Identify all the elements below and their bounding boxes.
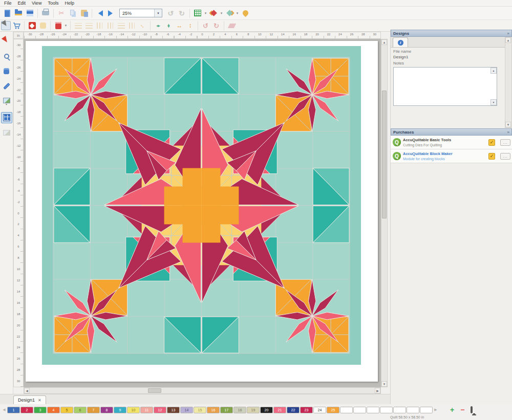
vertical-scrollbar[interactable]: ▲ ▼	[381, 39, 388, 387]
add-shape-button[interactable]	[38, 21, 48, 30]
purchase-checkbox[interactable]: ✓	[488, 153, 495, 160]
menu-item[interactable]: Help	[61, 1, 77, 6]
measure-tool[interactable]	[1, 80, 12, 92]
undo-button[interactable]	[95, 8, 105, 18]
select-tool[interactable]	[1, 36, 12, 47]
image-tool-dropdown[interactable]: ▾	[6, 103, 7, 106]
color-swatch[interactable]: 9	[114, 407, 126, 413]
align-center-button[interactable]	[84, 21, 94, 30]
panel-scroll-down[interactable]: ▼	[505, 122, 511, 127]
color-swatch[interactable]	[367, 407, 379, 413]
align-left-button[interactable]	[73, 21, 83, 30]
zoom-dropdown-button[interactable]: ▾	[154, 9, 162, 17]
color-swatch[interactable]	[407, 407, 419, 413]
menu-item[interactable]: View	[29, 1, 45, 6]
color-swatch[interactable]	[353, 407, 366, 413]
select-pointer-button[interactable]	[1, 21, 11, 30]
color-swatch[interactable]	[420, 407, 433, 413]
color-swatch[interactable]: 14	[180, 407, 193, 413]
add-color-button[interactable]: +	[450, 406, 454, 414]
flip-horizontal-button[interactable]: ◂▸	[153, 21, 163, 30]
open-folder-button[interactable]	[13, 8, 24, 18]
zoom-level-select[interactable]: 25% ▾	[119, 9, 162, 17]
print-button[interactable]	[40, 8, 51, 18]
color-swatch[interactable]: 15	[194, 407, 206, 413]
cut-button[interactable]: ✂	[56, 8, 67, 18]
color-swatch[interactable]: 8	[100, 407, 113, 413]
colorize-dropdown[interactable]: ▾	[236, 11, 239, 15]
color-swatch[interactable]	[393, 407, 406, 413]
color-swatch[interactable]: 21	[273, 407, 286, 413]
scroll-down-button[interactable]: ▼	[381, 381, 387, 387]
panel-scroll-up[interactable]: ▲	[505, 37, 511, 43]
replace-fabric-button[interactable]	[208, 8, 219, 18]
menu-item[interactable]: Tools	[45, 1, 61, 6]
designs-panel-header[interactable]: Designs »	[391, 30, 512, 37]
rotate-right-button[interactable]: ↻	[211, 21, 221, 30]
calculator-button[interactable]	[53, 21, 63, 30]
vertical-scroll-thumb[interactable]	[382, 91, 387, 218]
calculator-dropdown[interactable]: ▾	[64, 24, 68, 28]
purchase-more-button[interactable]: ...	[500, 139, 510, 146]
canvas-viewport[interactable]	[24, 39, 381, 387]
layout-grid-button[interactable]	[193, 8, 203, 18]
color-swatch[interactable]: 19	[247, 407, 260, 413]
purchase-checkbox[interactable]: ✓	[488, 139, 495, 146]
horizontal-scrollbar[interactable]: ◀ ▶	[24, 387, 381, 394]
more-options-button[interactable]	[479, 407, 483, 412]
color-swatch[interactable]: 25	[327, 407, 339, 413]
skew-button[interactable]	[227, 21, 237, 30]
redo-button[interactable]	[106, 8, 116, 18]
remove-color-button[interactable]: −	[460, 406, 464, 414]
new-file-button[interactable]	[2, 8, 12, 18]
copy-button[interactable]	[68, 8, 78, 18]
color-swatch[interactable]: 2	[20, 407, 33, 413]
color-swatch[interactable]: 23	[300, 407, 313, 413]
quilt-design[interactable]	[42, 46, 361, 365]
notes-textarea[interactable]	[393, 67, 497, 106]
purchase-more-button[interactable]: ...	[500, 153, 510, 160]
panel-scrollbar[interactable]: ▲ ▼	[505, 37, 512, 128]
color-swatch[interactable]: 18	[233, 407, 246, 413]
color-swatch[interactable]: 13	[167, 407, 180, 413]
align-bottom-button[interactable]	[127, 21, 137, 30]
horizontal-scroll-thumb[interactable]	[148, 388, 161, 393]
color-swatch[interactable]: 20	[260, 407, 273, 413]
quilt-grid-tool[interactable]	[1, 112, 12, 123]
collapse-chevron-icon[interactable]: »	[507, 31, 509, 36]
color-swatch[interactable]: 6	[74, 407, 87, 413]
rotate-ccw-button[interactable]: ↺	[165, 8, 176, 18]
color-swatch[interactable]: 10	[127, 407, 140, 413]
notes-scroll-down[interactable]: ▼	[490, 99, 497, 105]
color-swatch[interactable]: 17	[220, 407, 233, 413]
insert-image-tool[interactable]: ▾	[1, 95, 12, 108]
color-swatch[interactable]: 5	[60, 407, 73, 413]
layout-grid-dropdown[interactable]: ▾	[204, 11, 207, 15]
scroll-right-button[interactable]: ▶	[375, 388, 380, 393]
color-swatch[interactable]: 11	[140, 407, 153, 413]
menu-item[interactable]: File	[1, 1, 15, 6]
color-swatch[interactable]: 12	[154, 407, 166, 413]
info-tab[interactable]: i	[393, 37, 408, 47]
color-swatch[interactable]: 4	[47, 407, 60, 413]
ruler-unit-box[interactable]: in	[13, 32, 24, 39]
color-swatch[interactable]: 3	[34, 407, 47, 413]
color-swatch[interactable]: 1	[7, 407, 20, 413]
collapse-chevron-icon[interactable]: »	[507, 130, 509, 135]
paint-pour-button[interactable]	[240, 8, 250, 18]
scroll-up-button[interactable]: ▲	[381, 39, 387, 45]
design-page[interactable]	[26, 41, 378, 382]
next-colors-button[interactable]: ▶	[433, 408, 438, 412]
display-button[interactable]	[471, 407, 473, 412]
center-in-block-button[interactable]: ↔	[138, 21, 147, 30]
color-swatch[interactable]: 22	[287, 407, 300, 413]
color-swatch[interactable]	[340, 407, 353, 413]
align-top-button[interactable]	[105, 21, 115, 30]
rotate-left-button[interactable]: ↺	[201, 21, 210, 30]
paste-button[interactable]	[79, 8, 89, 18]
tab-design1[interactable]: Design1 ✕	[13, 395, 46, 404]
scroll-left-button[interactable]: ◀	[24, 388, 30, 393]
prev-colors-button[interactable]: ◀	[2, 408, 7, 412]
resize-height-button[interactable]: ↕	[185, 21, 195, 30]
color-swatch[interactable]: 16	[207, 407, 220, 413]
